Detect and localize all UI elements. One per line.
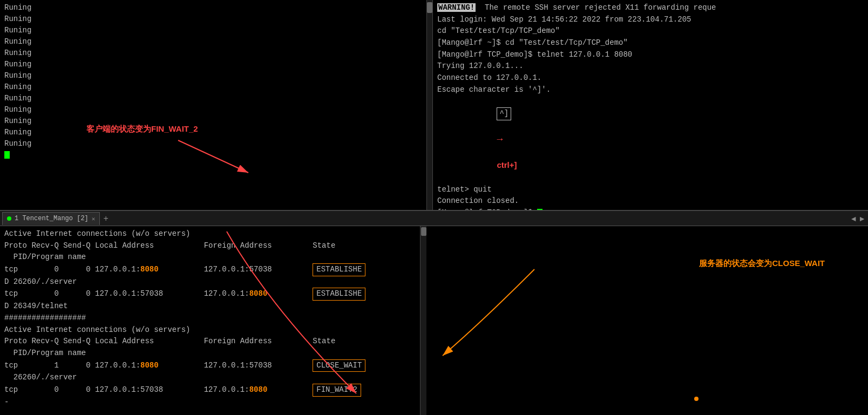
terminal-line: Runing (4, 70, 422, 81)
tab-scroll-right[interactable]: ► (858, 214, 866, 223)
warning-label: WARNING! (437, 3, 476, 12)
bottom-terminal: Active Internet connections (w/o servers… (0, 226, 420, 415)
bottom-vertical-scrollbar[interactable] (420, 226, 426, 415)
netstat-header-2: Proto Recv-Q Send-Q Local Address Foreig… (4, 336, 416, 348)
netstat-header: Proto Recv-Q Send-Q Local Address Foreig… (4, 240, 416, 252)
terminal-line: Connected to 127.0.0.1. (437, 72, 864, 84)
state-fin-wait2: FIN_WAIT2 (313, 384, 361, 397)
terminal-line: Runing (4, 13, 422, 25)
bottom-area: 1 Tencent_Mango [2] ✕ + ◄ ► Active Inter… (0, 210, 868, 415)
terminal-line: Trying 127.0.0.1... (437, 60, 864, 72)
terminal-line: [Mango@lrf TCP_demo]$ telnet 127.0.0.1 8… (437, 49, 864, 61)
terminal-prompt-line: [Mango@lrf TCP_demo]$ (437, 207, 864, 210)
terminal-line: cd "Test/test/Tcp/TCP_demo" (437, 25, 864, 37)
right-annotation-svg (426, 226, 868, 415)
terminal-line: [Mango@lrf ~]$ cd "Test/test/Tcp/TCP_dem… (437, 37, 864, 49)
terminal-line: Runing (4, 25, 422, 36)
terminal-line-warning: WARNING! The remote SSH server rejected … (437, 2, 864, 14)
svg-point-5 (694, 397, 699, 401)
netstat-row-3: tcp 1 0 127.0.0.1:8080 127.0.0.1:57038 C… (4, 359, 416, 372)
tab-scroll-left[interactable]: ◄ (850, 214, 857, 223)
terminal-line: Runing (4, 115, 422, 127)
state-close-wait: CLOSE_WAIT (313, 359, 365, 372)
terminal-line-bracket: ^] → ctrl+] (437, 96, 864, 184)
netstat-row-1b: D 26260/./server (4, 276, 416, 288)
netstat-separator: ################## (4, 312, 416, 324)
terminal-line: Runing (4, 138, 422, 149)
terminal-line: Runing (4, 59, 422, 70)
state-established-1: ESTABLISHE (313, 263, 365, 276)
annotation-close-wait: 服务器的状态会变为CLOSE_WAIT (699, 258, 825, 269)
netstat-line: Active Internet connections (w/o servers… (4, 228, 416, 240)
netstat-row-2: tcp 0 0 127.0.0.1:57038 127.0.0.1:8080 E… (4, 288, 416, 301)
tab-label: 1 Tencent_Mango [2] (15, 215, 89, 222)
terminal-line: Runing (4, 2, 422, 13)
netstat-row-2b: D 26349/telnet (4, 301, 416, 312)
terminal-cursor (537, 209, 542, 210)
tab-scroll-arrows: ◄ ► (850, 214, 866, 223)
netstat-row-1: tcp 0 0 127.0.0.1:8080 127.0.0.1:57038 E… (4, 263, 416, 276)
port-8080-3: 8080 (140, 361, 159, 370)
terminal-line: Last login: Wed Sep 21 14:56:22 2022 fro… (437, 14, 864, 26)
terminal-line: Runing (4, 47, 422, 59)
netstat-pid-header-2: PID/Program name (4, 348, 416, 359)
scrollbar-thumb[interactable] (427, 2, 432, 13)
bottom-scrollbar-thumb[interactable] (421, 227, 426, 236)
terminal-line: Runing (4, 93, 422, 104)
right-panel: WARNING! The remote SSH server rejected … (433, 0, 868, 210)
tab-add-button[interactable]: + (100, 214, 111, 223)
cursor (4, 151, 10, 159)
state-established-2: ESTABLISHE (313, 288, 365, 301)
tab-bar: 1 Tencent_Mango [2] ✕ + ◄ ► (0, 211, 868, 226)
left-terminal: Runing Runing Runing Runing Runing Runin… (0, 0, 426, 210)
terminal-line: Runing (4, 104, 422, 115)
tab-dot (7, 216, 11, 221)
netstat-line-2: Active Internet connections (w/o servers… (4, 324, 416, 336)
netstat-row-3b: 26260/./server (4, 372, 416, 384)
bottom-content: Active Internet connections (w/o servers… (0, 226, 868, 415)
ctrl-bracket: ^] (497, 107, 511, 120)
vertical-scrollbar[interactable] (426, 0, 433, 210)
netstat-row-5: - (4, 397, 416, 409)
terminal-line: Escape character is '^]'. (437, 84, 864, 96)
tab-item-mango[interactable]: 1 Tencent_Mango [2] ✕ (2, 212, 100, 225)
port-8080-2: 8080 (249, 289, 268, 298)
port-8080-4: 8080 (249, 385, 268, 394)
left-panel: Runing Runing Runing Runing Runing Runin… (0, 0, 426, 210)
ctrl-annotation: ctrl+] (497, 160, 517, 169)
netstat-row-4: tcp 0 0 127.0.0.1:57038 127.0.0.1:8080 F… (4, 384, 416, 397)
top-split: Runing Runing Runing Runing Runing Runin… (0, 0, 868, 210)
terminal-line: telnet> quit (437, 184, 864, 196)
terminal-line: Runing (4, 81, 422, 93)
netstat-pid-header: PID/Program name (4, 251, 416, 263)
terminal-cursor-line (4, 149, 422, 161)
terminal-line: Connection closed. (437, 195, 864, 207)
terminal-line: Runing (4, 36, 422, 47)
tab-close-button[interactable]: ✕ (92, 215, 96, 222)
right-annotation-area: 服务器的状态会变为CLOSE_WAIT (426, 226, 868, 415)
terminal-line: Runing (4, 127, 422, 138)
port-8080-1: 8080 (140, 265, 159, 274)
